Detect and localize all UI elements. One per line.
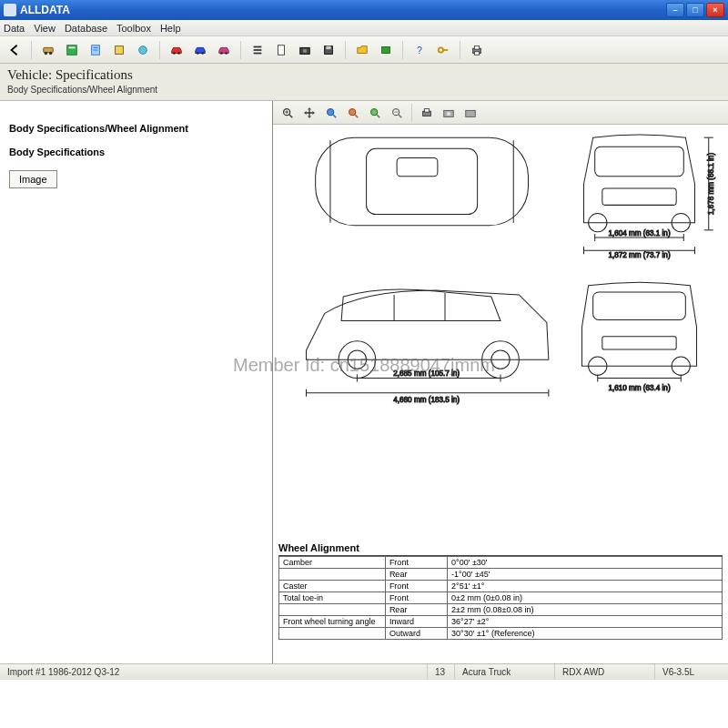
print-diagram-icon[interactable] <box>418 104 436 122</box>
status-c4: V6-3.5L <box>655 664 728 680</box>
left-pane: Body Specifications/Wheel Alignment Body… <box>0 101 273 663</box>
svg-rect-45 <box>424 108 429 112</box>
diagram-area[interactable]: 1,678 mm (66.1 in) 1,604 mm (63.1 in) 1,… <box>273 125 728 663</box>
car-red-icon[interactable] <box>167 41 186 59</box>
svg-point-47 <box>447 111 450 115</box>
folder-icon[interactable] <box>353 41 371 59</box>
dim-track-width: 1,872 mm (73.7 in) <box>608 251 670 259</box>
page-icon[interactable] <box>272 41 290 59</box>
dim-height: 1,678 mm (66.1 in) <box>707 153 715 215</box>
minimize-button[interactable]: – <box>666 3 684 17</box>
svg-point-26 <box>439 47 443 52</box>
zoom-fit-icon[interactable] <box>344 104 362 122</box>
left-heading-2: Body Specifications <box>9 147 263 157</box>
pan-icon[interactable] <box>300 104 318 122</box>
maximize-button[interactable]: □ <box>686 3 704 17</box>
status-c2: Acura Truck <box>455 664 555 680</box>
svg-line-36 <box>333 114 337 117</box>
page-header: Vehicle: Specifications Body Specificati… <box>0 64 728 101</box>
svg-point-1 <box>45 51 48 55</box>
zoom-actual-icon[interactable] <box>366 104 384 122</box>
close-button[interactable]: × <box>706 3 724 17</box>
svg-rect-51 <box>397 158 438 177</box>
back-button[interactable] <box>5 41 24 59</box>
dim-overall-width: 1,604 mm (63.1 in) <box>608 229 670 238</box>
tool-icon[interactable] <box>134 41 152 59</box>
car-blue-icon[interactable] <box>191 41 209 59</box>
table-row: Front wheel turning angleInward36°27' ±2… <box>279 616 723 628</box>
print-icon[interactable] <box>468 41 486 59</box>
right-pane: 1,678 mm (66.1 in) 1,604 mm (63.1 in) 1,… <box>273 101 728 663</box>
spec-title: Wheel Alignment <box>278 541 723 556</box>
svg-point-39 <box>371 108 378 115</box>
menubar: Data View Database Toolbox Help <box>0 20 728 36</box>
svg-rect-73 <box>593 292 686 319</box>
svg-rect-3 <box>67 45 77 55</box>
table-row: Rear2±2 mm (0.08±0.08 in) <box>279 604 723 616</box>
svg-rect-50 <box>367 148 478 214</box>
titlebar: ALLDATA – □ × <box>0 0 728 20</box>
menu-help[interactable]: Help <box>160 23 181 34</box>
zoom-region-icon[interactable] <box>322 104 340 122</box>
dim-overall-length: 4,660 mm (183.5 in) <box>393 396 460 404</box>
image-button[interactable]: Image <box>9 170 57 188</box>
zoom-in-icon[interactable] <box>278 104 297 122</box>
window-title: ALLDATA <box>20 4 666 16</box>
table-row: Outward30°30' ±1° (Reference) <box>279 628 723 640</box>
svg-rect-74 <box>602 337 676 349</box>
table-row: Rear-1°00' ±45' <box>279 569 723 581</box>
dim-rear-track: 1,610 mm (63.4 in) <box>608 384 670 392</box>
app-icon <box>4 4 16 16</box>
snapshot-icon[interactable] <box>440 104 458 122</box>
statusbar: Import #1 1986-2012 Q3-12 13 Acura Truck… <box>0 663 728 680</box>
svg-rect-54 <box>595 147 684 177</box>
svg-point-13 <box>201 52 204 55</box>
vehicle-icon[interactable] <box>39 41 57 59</box>
status-left: Import #1 1986-2012 Q3-12 <box>0 664 428 680</box>
svg-rect-4 <box>69 46 76 48</box>
car-alt-icon[interactable] <box>215 41 233 59</box>
svg-rect-23 <box>326 46 330 49</box>
svg-rect-19 <box>278 45 285 55</box>
svg-point-12 <box>197 52 199 55</box>
svg-line-40 <box>377 114 380 117</box>
main-toolbar: ? <box>0 36 728 64</box>
svg-rect-0 <box>44 47 54 52</box>
parts-icon[interactable] <box>110 41 128 59</box>
table-row: CamberFront0°00' ±30' <box>279 557 723 569</box>
save-image-icon[interactable] <box>461 104 480 122</box>
svg-point-2 <box>49 51 53 55</box>
menu-view[interactable]: View <box>34 23 56 34</box>
svg-point-35 <box>328 108 334 115</box>
left-heading-1: Body Specifications/Wheel Alignment <box>9 123 263 134</box>
disk-icon[interactable] <box>319 41 338 59</box>
svg-point-14 <box>220 52 223 55</box>
table-row: Total toe-inFront0±2 mm (0±0.08 in) <box>279 592 723 604</box>
menu-toolbox[interactable]: Toolbox <box>116 23 151 34</box>
status-c1: 13 <box>428 664 455 680</box>
svg-rect-24 <box>382 46 390 53</box>
help-icon[interactable]: ? <box>410 41 429 59</box>
svg-line-42 <box>399 114 402 117</box>
svg-point-10 <box>173 52 176 55</box>
image-toolbar <box>273 101 728 125</box>
sheet-icon[interactable] <box>86 41 105 59</box>
box-green-icon[interactable] <box>377 41 395 59</box>
page-title: Vehicle: Specifications <box>7 67 721 83</box>
zoom-out-icon[interactable] <box>388 104 406 122</box>
svg-rect-48 <box>466 110 476 116</box>
content-area: Body Specifications/Wheel Alignment Body… <box>0 101 728 663</box>
svg-rect-55 <box>602 188 676 205</box>
menu-database[interactable]: Database <box>65 23 107 34</box>
menu-data[interactable]: Data <box>4 23 25 34</box>
svg-point-9 <box>139 46 147 54</box>
list-icon[interactable] <box>248 41 267 59</box>
book-icon[interactable] <box>63 41 81 59</box>
camera-icon[interactable] <box>296 41 314 59</box>
table-row: CasterFront2°51' ±1° <box>279 581 723 592</box>
svg-rect-30 <box>474 51 479 55</box>
spec-table: CamberFront0°00' ±30'Rear-1°00' ±45'Cast… <box>278 556 723 640</box>
svg-rect-8 <box>116 46 124 54</box>
key-icon[interactable] <box>434 41 452 59</box>
svg-rect-49 <box>316 137 529 226</box>
